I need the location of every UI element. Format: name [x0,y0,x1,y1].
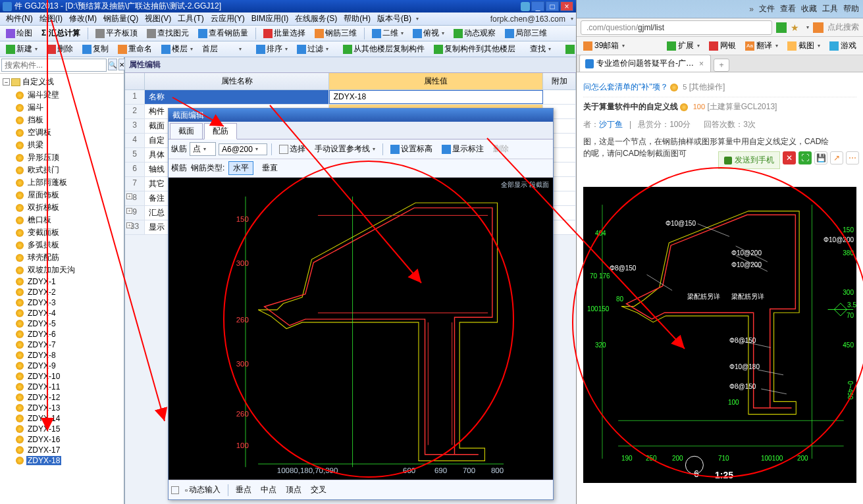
action-share[interactable]: ↗ [830,151,843,164]
menu-rebar[interactable]: 钢筋量(Q) [100,12,142,26]
tree-root[interactable]: − 自定义线 [1,75,122,89]
tb-find[interactable]: 查找▾ [527,41,554,57]
tree-item[interactable]: 多弧拱板 [14,239,122,251]
tb-move-up[interactable]: 上移 [562,41,576,57]
tree-item[interactable]: 球壳配筋 [14,251,122,264]
menu-cloud[interactable]: 云应用(Y) [207,12,248,26]
send-to-phone-button[interactable]: 发送到手机 [718,151,780,169]
tree-item[interactable]: ZDYX-12 [14,392,122,403]
tb-floor[interactable]: 楼层▾ [158,41,196,57]
tb-2d[interactable]: 二维▾ [369,26,407,41]
tree-item[interactable]: ZDYX-18 [14,455,122,466]
author-link[interactable]: 沙丁鱼 [599,120,623,129]
qq-icon[interactable] [521,2,530,11]
tb-batch-select[interactable]: 批量选择 [260,26,309,41]
checkbox-icon[interactable] [171,486,179,494]
tb-find-elem[interactable]: 查找图元 [144,26,192,41]
close-button[interactable]: × [560,1,573,11]
tb-rebar-3d[interactable]: 钢筋三维 [311,26,360,41]
tb-copy-from[interactable]: 从其他楼层复制构件 [340,41,428,57]
action-more[interactable]: ⋯ [846,151,859,164]
bh-fav[interactable]: 收藏 [801,3,817,14]
expand-icon[interactable]: + [126,222,132,228]
tree-item[interactable]: ZDYX-9 [14,361,122,371]
tree-item[interactable]: 挡板 [14,114,122,126]
tree-item[interactable]: ZDYX-17 [14,445,122,455]
opt-vertical[interactable]: 垂直 [257,161,282,175]
tree-item[interactable]: 檐口板 [14,214,122,226]
tree-item[interactable]: ZDYX-14 [14,413,122,424]
tb-draw[interactable]: 绘图 [3,26,36,41]
expand-icon[interactable]: + [126,193,132,199]
lock-icon[interactable] [776,22,787,33]
tree-item[interactable]: ZDYX-8 [14,350,122,361]
set-elevation[interactable]: 设置标高 [387,141,436,157]
tree-item[interactable]: ZDYX-5 [14,318,122,329]
show-annotations[interactable]: 显示标注 [438,141,487,157]
tree-item[interactable]: ZDYX-16 [14,434,122,445]
opt-horizontal[interactable]: 水平 [228,161,253,175]
note-icon[interactable] [813,22,824,33]
tree-item[interactable]: ZDYX-1 [14,276,122,287]
tree-item[interactable]: 上部雨蓬板 [14,176,122,189]
ext-screenshot[interactable]: 截图▾ [785,39,823,53]
addr-drop-icon[interactable]: ▾ [806,24,809,30]
address-bar[interactable]: .com/question/gjml/list [581,20,772,35]
expand-icon[interactable]: + [126,208,132,214]
menu-help[interactable]: 帮助(H) [340,12,374,26]
tree-item[interactable]: 欧式拱门 [14,164,122,176]
tree-item[interactable]: ZDYX-15 [14,424,122,434]
menu-component[interactable]: 构件(N) [3,12,36,26]
tree-item[interactable]: ZDYX-13 [14,403,122,413]
tree-item[interactable]: ZDYX-6 [14,329,122,340]
tb-new[interactable]: 新建▾ [3,41,41,57]
tb-rename[interactable]: 重命名 [115,41,155,57]
bh-help[interactable]: 帮助 [843,3,859,14]
menu-view[interactable]: 视图(V) [142,12,174,26]
rebar-spec-select[interactable]: A6@200▾ [219,143,267,155]
action-expand[interactable]: ⛶ [798,151,812,164]
tb-top-view[interactable]: 俯视▾ [409,26,448,41]
tb-copy-to[interactable]: 复制构件到其他楼层 [431,41,519,57]
section-canvas[interactable]: 150 300 260 300 260 100 10080,180,70,390… [169,178,553,480]
tree-item[interactable]: 屋面饰板 [14,189,122,201]
tb-orbit[interactable]: 动态观察 [450,26,499,41]
tree-item[interactable]: ZDYX-2 [14,287,122,297]
search-button[interactable]: 🔍 [108,59,117,70]
menu-online[interactable]: 在线服务(S) [292,12,340,26]
tb-delete[interactable]: 删除 [43,41,76,57]
tree-item[interactable]: ZDYX-3 [14,297,122,308]
tree-item[interactable]: 漏斗梁壁 [14,89,122,101]
select-tool[interactable]: 选择 [276,141,309,157]
long-rebar-type-select[interactable]: 点▾ [190,142,216,156]
menu-tools[interactable]: 工具(T) [174,12,207,26]
bh-view[interactable]: 查看 [780,3,796,14]
tb-filter[interactable]: 过滤▾ [294,41,332,57]
tree-item[interactable]: 漏斗 [14,101,122,114]
snap-perp[interactable]: 垂点 [232,482,255,497]
tree-item[interactable]: 异形压顶 [14,151,122,164]
ext-translate[interactable]: Aa翻译▾ [743,39,781,53]
menu-modify[interactable]: 修改(M) [66,12,100,26]
snap-mid[interactable]: 中点 [257,482,280,497]
minimize-button[interactable]: _ [531,1,544,11]
bh-file[interactable]: 文件 [759,3,775,14]
tree-item[interactable]: 拱梁 [14,139,122,151]
search-hint[interactable]: 点此搜索 [827,22,859,33]
tree-item[interactable]: ZDYX-10 [14,371,122,382]
tree-item[interactable]: 双坡加加天沟 [14,264,122,276]
tab-section[interactable]: 截面 [170,123,203,139]
maximize-button[interactable]: □ [546,1,559,11]
tree-item[interactable]: 变截面板 [14,226,122,239]
ext-bank[interactable]: 网银 [706,39,739,53]
tree-item[interactable]: ZDYX-11 [14,382,122,392]
prop-value[interactable]: ZDYX-18 [329,90,543,104]
tree-item[interactable]: 空调板 [14,126,122,139]
tree-item[interactable]: 双折梯板 [14,201,122,214]
tb-copy[interactable]: 复制 [79,41,112,57]
expand-icon[interactable]: − [3,78,10,86]
chevron-icon[interactable]: » [749,5,754,14]
ext-mail[interactable]: 39邮箱▾ [581,39,627,53]
snap-cross[interactable]: 交叉 [307,482,330,497]
browser-tab[interactable]: 专业造价问题答疑平台-广联达 × [579,55,711,72]
